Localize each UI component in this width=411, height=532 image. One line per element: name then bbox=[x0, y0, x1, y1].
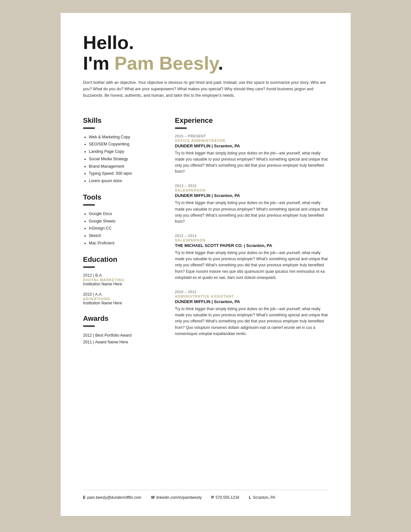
tools-title: Tools bbox=[83, 193, 156, 202]
footer-phone: P570.555.1234 bbox=[211, 495, 239, 500]
exp-desc: Try to think bigger than simply listing … bbox=[175, 150, 328, 175]
edu-year: 2010 | A.A. bbox=[83, 292, 156, 297]
phone-value: 570.555.1234 bbox=[216, 495, 239, 500]
exp-years: 2010 – 2012 bbox=[175, 290, 328, 294]
edu-degree: Advertising bbox=[83, 297, 156, 301]
list-item: Web & Marketing Copy bbox=[89, 134, 156, 140]
exp-item: 2010 – 2012 Administrative Assistant DUN… bbox=[175, 290, 328, 337]
award-item: 2011 | Award Name Here bbox=[83, 339, 156, 346]
name-heading: I'm Pam Beesly. bbox=[83, 53, 328, 74]
list-item: Sketch bbox=[89, 233, 156, 239]
list-item: Social Media Strategy bbox=[89, 156, 156, 162]
exp-item: 2015 – Present Office Administrator DUND… bbox=[175, 134, 328, 175]
exp-title: Salesperson bbox=[175, 238, 328, 242]
phone-label: P bbox=[211, 495, 214, 500]
skills-list: Web & Marketing Copy SEO/SEM Copywriting… bbox=[83, 134, 156, 184]
footer-web: Wlinkedin.com/in/pambeesly bbox=[151, 495, 202, 500]
tools-divider bbox=[83, 204, 95, 206]
list-item: Mac Proficient bbox=[89, 240, 156, 246]
exp-title: Office Administrator bbox=[175, 139, 328, 143]
location-label: L bbox=[249, 495, 251, 500]
exp-years: 2015 – Present bbox=[175, 134, 328, 138]
exp-item: 2013 – 2015 Salesperson DUNDER MIFFLIN |… bbox=[175, 184, 328, 225]
skills-section: Skills Web & Marketing Copy SEO/SEM Copy… bbox=[83, 116, 156, 184]
resume-page: Hello. I'm Pam Beesly. Don't bother with… bbox=[61, 13, 351, 516]
list-item: SEO/SEM Copywriting bbox=[89, 141, 156, 147]
exp-company: DUNDER MIFFLIN | Scranton, PA bbox=[175, 143, 328, 148]
web-label: W bbox=[151, 495, 155, 500]
awards-section: Awards 2012 | Best Portfolio Award 2011 … bbox=[83, 314, 156, 346]
education-title: Education bbox=[83, 255, 156, 264]
location-value: Scranton, PA bbox=[253, 495, 275, 500]
tools-section: Tools Google Docs Google Sheets InDesign… bbox=[83, 193, 156, 246]
exp-company: DUNDER MIFFLIN | Scranton, PA bbox=[175, 193, 328, 198]
exp-years: 2013 – 2015 bbox=[175, 184, 328, 188]
two-col-layout: Skills Web & Marketing Copy SEO/SEM Copy… bbox=[83, 116, 328, 477]
list-item: InDesign CC bbox=[89, 225, 156, 232]
exp-title: Salesperson bbox=[175, 188, 328, 192]
email-label: E bbox=[83, 495, 86, 500]
exp-item: 2012 – 2013 Salesperson THE MICHAEL SCOT… bbox=[175, 234, 328, 281]
list-item: Typing Speed: 500 wpm bbox=[89, 171, 156, 177]
left-column: Skills Web & Marketing Copy SEO/SEM Copy… bbox=[83, 116, 169, 477]
footer-email: Epam.beesly@dundermifflin.com bbox=[83, 495, 142, 500]
skills-title: Skills bbox=[83, 116, 156, 125]
education-divider bbox=[83, 266, 95, 268]
list-item: Brand Management bbox=[89, 163, 156, 170]
list-item: Lorem ipsum dolor bbox=[89, 178, 156, 184]
edu-degree: Digital Marketing bbox=[83, 278, 156, 282]
exp-title: Administrative Assistant bbox=[175, 294, 328, 298]
list-item: Landing Page Copy bbox=[89, 149, 156, 155]
skills-divider bbox=[83, 127, 95, 129]
list-item: Google Docs bbox=[89, 211, 156, 217]
edu-institution: Institution Name Here bbox=[83, 301, 156, 305]
education-section: Education 2012 | B.A. Digital Marketing … bbox=[83, 255, 156, 305]
header-section: Hello. I'm Pam Beesly. Don't bother with… bbox=[83, 32, 328, 99]
name-highlight: Pam Beesly bbox=[114, 53, 218, 74]
edu-year: 2012 | B.A. bbox=[83, 273, 156, 278]
exp-desc: Try to think bigger than simply listing … bbox=[175, 250, 328, 281]
footer: Epam.beesly@dundermifflin.com Wlinkedin.… bbox=[83, 490, 328, 500]
exp-desc: Try to think bigger than simply listing … bbox=[175, 200, 328, 225]
edu-institution: Institution Name Here bbox=[83, 282, 156, 286]
exp-years: 2012 – 2013 bbox=[175, 234, 328, 238]
list-item: Google Sheets bbox=[89, 218, 156, 224]
tools-list: Google Docs Google Sheets InDesign CC Sk… bbox=[83, 211, 156, 246]
hello-heading: Hello. bbox=[83, 32, 328, 53]
exp-company: THE MICHAEL SCOTT PAPER CO. | Scranton, … bbox=[175, 243, 328, 248]
im-text: I'm bbox=[83, 53, 115, 74]
exp-desc: Try to think bigger than simply listing … bbox=[175, 306, 328, 337]
email-value: pam.beesly@dundermifflin.com bbox=[87, 495, 142, 500]
right-column: Experience 2015 – Present Office Adminis… bbox=[169, 116, 328, 477]
edu-item: 2012 | B.A. Digital Marketing Institutio… bbox=[83, 273, 156, 286]
exp-company: DUNDER MIFFLIN | Scranton, PA bbox=[175, 299, 328, 304]
awards-title: Awards bbox=[83, 314, 156, 323]
footer-location: LScranton, PA bbox=[249, 495, 275, 500]
experience-divider bbox=[175, 127, 187, 129]
period: . bbox=[218, 53, 223, 74]
experience-title: Experience bbox=[175, 116, 328, 125]
summary-text: Don't bother with an objective. Your obj… bbox=[83, 79, 328, 99]
edu-item: 2010 | A.A. Advertising Institution Name… bbox=[83, 292, 156, 305]
awards-divider bbox=[83, 325, 95, 327]
award-item: 2012 | Best Portfolio Award bbox=[83, 332, 156, 339]
web-value: linkedin.com/in/pambeesly bbox=[156, 495, 202, 500]
